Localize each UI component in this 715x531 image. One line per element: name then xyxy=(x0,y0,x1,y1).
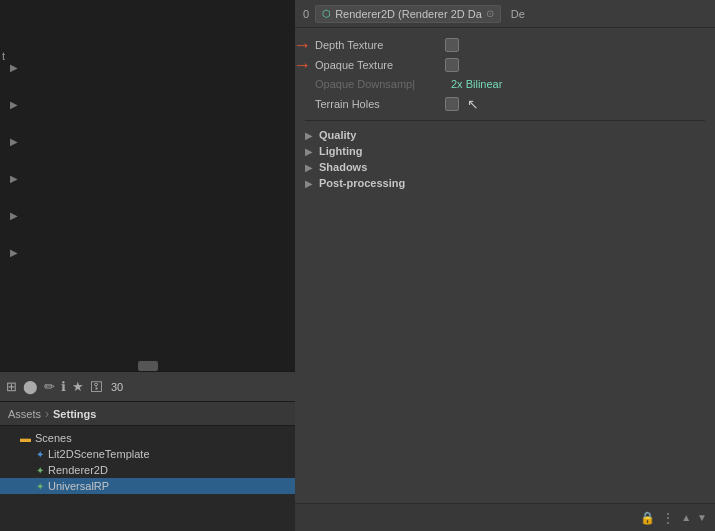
grid-icon[interactable]: ⊞ xyxy=(6,379,17,394)
opaque-texture-arrow: → xyxy=(295,55,311,76)
tree-arrows: ▶ ▶ ▶ ▶ ▶ ▶ xyxy=(10,62,18,258)
hierarchy-icon[interactable]: ⬤ xyxy=(23,379,38,394)
right-header: 0 ⬡ Renderer2D (Renderer 2D Da ⊙ De xyxy=(295,0,715,28)
header-title-box: ⬡ Renderer2D (Renderer 2D Da ⊙ xyxy=(315,5,501,23)
scroll-up-arrow[interactable]: ▲ xyxy=(681,512,691,523)
right-content: → Depth Texture → Opaque Texture Opaque … xyxy=(295,28,715,503)
bottom-panel: ⊞ ⬤ ✏ ℹ ★ ⚿ 30 Assets › Settings ▬ Scene… xyxy=(0,371,295,531)
left-top-area: t ▶ ▶ ▶ ▶ ▶ ▶ xyxy=(0,0,295,371)
tree-arrow-5: ▶ xyxy=(10,210,18,221)
foldout-postprocessing[interactable]: ▶ Post-processing xyxy=(305,177,705,189)
right-bottom-bar: 🔒 ⋮ ▲ ▼ xyxy=(295,503,715,531)
opaque-texture-label: Opaque Texture xyxy=(315,59,445,71)
star-icon[interactable]: ★ xyxy=(72,379,84,394)
file-icon-lit2d: ✦ xyxy=(36,449,44,460)
opaque-downsample-row: Opaque Downsamp| 2x Bilinear xyxy=(315,78,705,90)
tree-arrow-4: ▶ xyxy=(10,173,18,184)
right-panel: 0 ⬡ Renderer2D (Renderer 2D Da ⊙ De → De… xyxy=(295,0,715,531)
bottom-toolbar: ⊞ ⬤ ✏ ℹ ★ ⚿ 30 xyxy=(0,372,295,402)
tree-item-lit2d[interactable]: ✦ Lit2DSceneTemplate xyxy=(0,446,295,462)
renderer-icon: ⬡ xyxy=(322,8,331,19)
link-icon[interactable]: ⚿ xyxy=(90,379,103,394)
tree-item-lit2d-label: Lit2DSceneTemplate xyxy=(48,448,150,460)
lighting-foldout-label: Lighting xyxy=(319,145,362,157)
terrain-holes-row: Terrain Holes ↖ xyxy=(315,96,705,112)
folder-icon: ▬ xyxy=(20,432,31,444)
postprocessing-foldout-arrow: ▶ xyxy=(305,178,313,189)
menu-dots-icon[interactable]: ⋮ xyxy=(661,510,675,526)
scroll-down-arrow[interactable]: ▼ xyxy=(697,512,707,523)
file-icon-universalrp: ✦ xyxy=(36,481,44,492)
header-de-label: De xyxy=(511,8,525,20)
quality-foldout-arrow: ▶ xyxy=(305,130,313,141)
tree-item-renderer2d-label: Renderer2D xyxy=(48,464,108,476)
opaque-downsample-label: Opaque Downsamp| xyxy=(315,78,445,90)
postprocessing-foldout-label: Post-processing xyxy=(319,177,405,189)
tree-arrow-2: ▶ xyxy=(10,99,18,110)
header-num: 0 xyxy=(303,8,309,20)
tree-arrow-1: ▶ xyxy=(10,62,18,73)
opaque-texture-row: → Opaque Texture xyxy=(315,58,705,72)
shadows-foldout-arrow: ▶ xyxy=(305,162,313,173)
left-label: t xyxy=(2,50,5,62)
tree-arrow-3: ▶ xyxy=(10,136,18,147)
shadows-foldout-label: Shadows xyxy=(319,161,367,173)
tree-item-scenes-label: Scenes xyxy=(35,432,72,444)
file-icon-renderer2d: ✦ xyxy=(36,465,44,476)
breadcrumb-current: Settings xyxy=(53,408,96,420)
terrain-holes-checkbox[interactable] xyxy=(445,97,459,111)
breadcrumb-root[interactable]: Assets xyxy=(8,408,41,420)
main-layout: t ▶ ▶ ▶ ▶ ▶ ▶ ⊞ ⬤ ✏ ℹ ★ ⚿ 30 xyxy=(0,0,715,531)
foldout-shadows[interactable]: ▶ Shadows xyxy=(305,161,705,173)
file-tree: ▬ Scenes ✦ Lit2DSceneTemplate ✦ Renderer… xyxy=(0,426,295,498)
brush-icon[interactable]: ✏ xyxy=(44,379,55,394)
opaque-downsample-value[interactable]: 2x Bilinear xyxy=(451,78,502,90)
left-panel: t ▶ ▶ ▶ ▶ ▶ ▶ ⊞ ⬤ ✏ ℹ ★ ⚿ 30 xyxy=(0,0,295,531)
depth-texture-arrow: → xyxy=(295,35,311,56)
tree-item-universalrp[interactable]: ✦ UniversalRP xyxy=(0,478,295,494)
depth-texture-row: → Depth Texture xyxy=(315,38,705,52)
tree-item-renderer2d[interactable]: ✦ Renderer2D xyxy=(0,462,295,478)
info-icon[interactable]: ℹ xyxy=(61,379,66,394)
cursor-icon: ↖ xyxy=(467,96,479,112)
tree-item-universalrp-label: UniversalRP xyxy=(48,480,109,492)
tree-item-scenes[interactable]: ▬ Scenes xyxy=(0,430,295,446)
depth-texture-checkbox[interactable] xyxy=(445,38,459,52)
depth-texture-label: Depth Texture xyxy=(315,39,445,51)
header-circle-icon: ⊙ xyxy=(486,8,494,19)
foldout-quality[interactable]: ▶ Quality xyxy=(305,129,705,141)
breadcrumb-bar: Assets › Settings xyxy=(0,402,295,426)
terrain-holes-label: Terrain Holes xyxy=(315,98,445,110)
section-divider-1 xyxy=(305,120,705,121)
opaque-texture-checkbox[interactable] xyxy=(445,58,459,72)
lock-icon[interactable]: 🔒 xyxy=(640,511,655,525)
asset-count: 30 xyxy=(111,381,123,393)
foldout-lighting[interactable]: ▶ Lighting xyxy=(305,145,705,157)
renderer-title: Renderer2D (Renderer 2D Da xyxy=(335,8,482,20)
quality-foldout-label: Quality xyxy=(319,129,356,141)
tree-arrow-6: ▶ xyxy=(10,247,18,258)
breadcrumb-separator: › xyxy=(45,407,49,421)
lighting-foldout-arrow: ▶ xyxy=(305,146,313,157)
